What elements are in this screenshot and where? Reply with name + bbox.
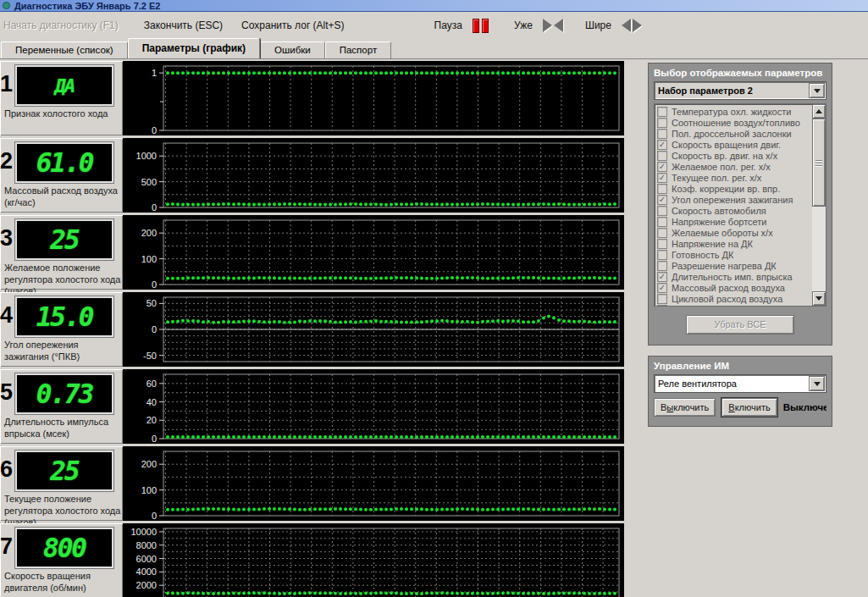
checkbox[interactable]: [657, 151, 667, 161]
checklist-item[interactable]: Часовой расход топлива: [657, 304, 812, 306]
checklist-item-label: Длительность имп. впрыска: [672, 272, 793, 282]
wider-icon[interactable]: [622, 19, 642, 32]
checkbox[interactable]: [657, 305, 667, 307]
graph-area: 10100050002001000500-5060402002001000100…: [123, 59, 624, 597]
checkbox[interactable]: [657, 118, 667, 128]
checkbox[interactable]: ✓: [657, 272, 667, 282]
checklist-item[interactable]: ✓Массовый расход воздуха: [657, 282, 812, 293]
checkbox[interactable]: [657, 294, 667, 304]
preset-combobox[interactable]: Набор параметров 2: [654, 81, 827, 100]
svg-text:60: 60: [147, 379, 157, 389]
param-row: 325Желаемое положение регулятора холосто…: [0, 215, 123, 290]
checkbox[interactable]: ✓: [657, 173, 667, 183]
tab-passport[interactable]: Паспорт: [325, 41, 391, 58]
svg-text:6000: 6000: [136, 554, 157, 564]
start-diagnostics-button[interactable]: Начать диагностику (F1): [0, 18, 122, 33]
checklist-item[interactable]: Пол. дроссельной заслонки: [657, 128, 812, 139]
checkbox[interactable]: ✓: [657, 162, 667, 172]
param-label: Признак холостого хода: [4, 108, 121, 120]
checklist-item[interactable]: Напряжение бортсети: [657, 216, 812, 227]
checklist-item[interactable]: Готовность ДК: [657, 249, 812, 260]
graph-strip: 500-50: [123, 292, 624, 367]
checkbox[interactable]: [657, 107, 667, 117]
checkbox[interactable]: ✓: [657, 140, 667, 150]
actuator-panel-title: Управление ИМ: [654, 361, 827, 371]
graph-strip: 10005000: [123, 138, 624, 213]
save-log-button[interactable]: Сохранить лог (Alt+S): [238, 18, 348, 33]
remove-all-button[interactable]: Убрать ВСЕ: [686, 315, 794, 334]
checklist-item-label: Цикловой расход воздуха: [672, 294, 782, 304]
graph-strip: 10: [123, 61, 624, 135]
svg-text:20: 20: [147, 415, 157, 425]
chevron-down-icon: [815, 296, 822, 301]
device-dropdown-button[interactable]: [809, 376, 825, 391]
right-column: Выбор отображаемых параметров Набор пара…: [648, 59, 868, 597]
checklist-item[interactable]: ✓Текущее пол. рег. х/х: [657, 172, 812, 183]
checklist-item[interactable]: ✓Скорость вращения двиг.: [657, 139, 812, 150]
checklist-item[interactable]: Соотношение воздух/топливо: [657, 117, 812, 128]
tab-errors[interactable]: Ошибки: [260, 41, 325, 58]
scroll-up-button[interactable]: [812, 104, 826, 119]
checklist-item[interactable]: Разрешение нагрева ДК: [657, 260, 812, 271]
tab-parameters-graph[interactable]: Параметры (график): [128, 38, 260, 58]
actuator-control-panel: Управление ИМ Реле вентилятора Выключить…: [648, 356, 832, 427]
lcd-display: 61.0: [15, 142, 113, 183]
checklist-item[interactable]: ✓Желаемое пол. рег. х/х: [657, 161, 812, 172]
checklist-item[interactable]: Напряжение на ДК: [657, 238, 812, 249]
checkbox[interactable]: [657, 129, 667, 139]
turn-off-button[interactable]: Выключить: [654, 398, 716, 417]
turn-on-button[interactable]: Включить: [721, 398, 777, 417]
preset-dropdown-button[interactable]: [809, 83, 825, 98]
checkbox[interactable]: [657, 228, 667, 238]
svg-text:50: 50: [147, 298, 157, 308]
checkbox[interactable]: [657, 261, 667, 271]
device-combobox[interactable]: Реле вентилятора: [654, 374, 827, 393]
checklist-item[interactable]: Коэф. коррекции вр. впр.: [657, 183, 812, 194]
wider-button[interactable]: Шире: [582, 18, 615, 33]
scrollbar-track[interactable]: [812, 119, 826, 291]
checklist-item-label: Скорость вращения двиг.: [672, 140, 781, 150]
checkbox[interactable]: [657, 250, 667, 260]
checklist-item-label: Пол. дроссельной заслонки: [672, 129, 792, 139]
param-label: Угол опережения зажигания (°ПКВ): [4, 340, 121, 363]
checklist-item[interactable]: ✓Длительность имп. впрыска: [657, 271, 812, 282]
checklist-item[interactable]: Температура охл. жидкости: [657, 106, 812, 117]
checklist-item-label: Разрешение нагрева ДК: [672, 261, 777, 271]
checkbox[interactable]: ✓: [657, 195, 667, 205]
lcd-display: 25: [15, 219, 113, 260]
graph-strip: 100008000600040002000: [123, 523, 624, 597]
checklist-item[interactable]: ✓Угол опережения зажигания: [657, 194, 812, 205]
checkbox[interactable]: [657, 206, 667, 216]
checkbox[interactable]: [657, 184, 667, 194]
pause-button[interactable]: Пауза: [431, 18, 466, 33]
svg-text:500: 500: [141, 177, 157, 187]
param-row: 415.0Угол опережения зажигания (°ПКВ): [0, 292, 123, 367]
param-row: 261.0Массовый расход воздуха (кг/час): [0, 138, 123, 213]
tab-variables-list[interactable]: Переменные (список): [1, 41, 128, 58]
checklist-scrollbar[interactable]: [812, 104, 826, 306]
scroll-down-button[interactable]: [812, 291, 826, 306]
checklist-item[interactable]: Скорость автомобиля: [657, 205, 812, 216]
checkbox[interactable]: [657, 217, 667, 227]
checklist-items: Температура охл. жидкостиСоотношение воз…: [655, 104, 812, 306]
param-index: 5: [0, 379, 14, 406]
toolbar: Начать диагностику (F1) Закончить (ESC) …: [0, 12, 868, 39]
checkbox[interactable]: ✓: [657, 283, 667, 293]
divider: [624, 59, 648, 597]
param-row: 7800Скорость вращения двигателя (об/мин): [0, 523, 123, 597]
graph-strip: 2001000: [123, 446, 624, 521]
checklist-item-label: Часовой расход топлива: [672, 305, 778, 307]
checklist-item[interactable]: Желаемые обороты х/х: [657, 227, 812, 238]
narrower-icon[interactable]: [543, 19, 563, 32]
narrower-button[interactable]: Уже: [511, 18, 536, 33]
tab-bar: Переменные (список)Параметры (график)Оши…: [0, 39, 868, 58]
checklist-item[interactable]: Цикловой расход воздуха: [657, 293, 812, 304]
stop-button[interactable]: Закончить (ESC): [141, 18, 226, 33]
lcd-display: ДА: [15, 65, 113, 106]
scroll-thumb[interactable]: [812, 119, 826, 207]
chevron-down-icon: [814, 89, 821, 93]
select-panel-title: Выбор отображаемых параметров: [654, 68, 827, 78]
checkbox[interactable]: [657, 239, 667, 249]
pause-icon[interactable]: [473, 19, 489, 33]
checklist-item[interactable]: Скорость вр. двиг. на х/х: [657, 150, 812, 161]
